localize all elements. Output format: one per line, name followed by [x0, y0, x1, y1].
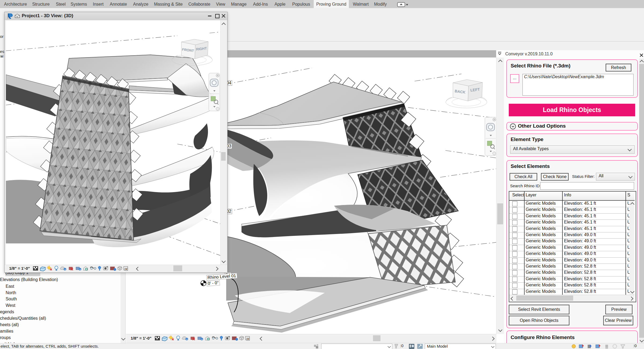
svg-text:9: 9 — [201, 338, 203, 341]
svg-text:9: 9 — [79, 268, 81, 271]
svg-text:9: 9 — [64, 268, 66, 271]
svg-text:9: 9 — [186, 338, 188, 341]
